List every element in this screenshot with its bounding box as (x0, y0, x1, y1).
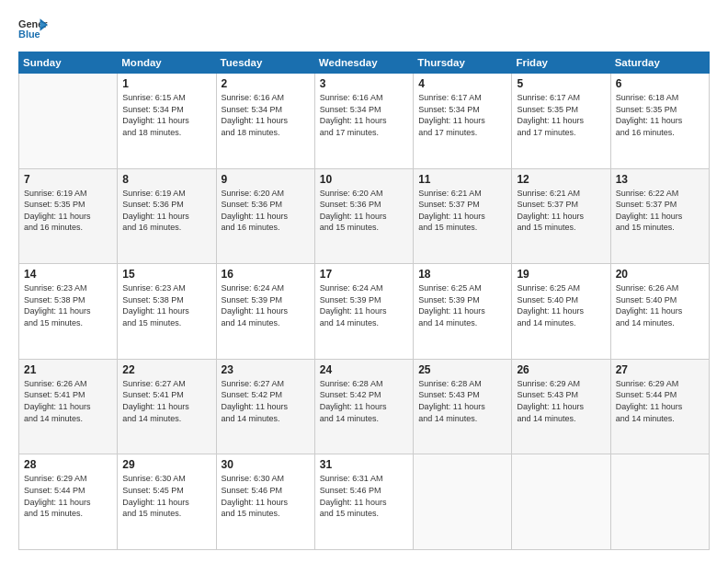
day-number: 11 (418, 173, 506, 186)
calendar-cell: 9Sunrise: 6:20 AM Sunset: 5:36 PM Daylig… (216, 168, 314, 264)
cell-info: Sunrise: 6:29 AM Sunset: 5:43 PM Dayligh… (517, 378, 605, 424)
day-number: 6 (616, 77, 704, 90)
cell-info: Sunrise: 6:15 AM Sunset: 5:34 PM Dayligh… (122, 92, 210, 138)
day-number: 18 (418, 268, 506, 281)
cell-info: Sunrise: 6:23 AM Sunset: 5:38 PM Dayligh… (24, 282, 112, 328)
day-number: 26 (517, 363, 605, 376)
weekday-header: Thursday (414, 52, 512, 74)
calendar-cell: 11Sunrise: 6:21 AM Sunset: 5:37 PM Dayli… (414, 168, 512, 264)
calendar-cell: 2Sunrise: 6:16 AM Sunset: 5:34 PM Daylig… (216, 74, 314, 169)
cell-info: Sunrise: 6:30 AM Sunset: 5:45 PM Dayligh… (122, 473, 210, 519)
day-number: 30 (222, 458, 310, 471)
calendar-cell (610, 454, 709, 550)
day-number: 8 (122, 173, 210, 186)
cell-info: Sunrise: 6:28 AM Sunset: 5:42 PM Dayligh… (320, 378, 408, 424)
calendar-cell: 15Sunrise: 6:23 AM Sunset: 5:38 PM Dayli… (118, 264, 216, 360)
day-number: 21 (24, 363, 112, 376)
weekday-header: Monday (118, 52, 216, 74)
weekday-header: Sunday (19, 52, 118, 74)
calendar-cell: 28Sunrise: 6:29 AM Sunset: 5:44 PM Dayli… (19, 454, 118, 550)
day-number: 14 (24, 268, 112, 281)
cell-info: Sunrise: 6:16 AM Sunset: 5:34 PM Dayligh… (320, 92, 408, 138)
weekday-header: Wednesday (314, 52, 413, 74)
day-number: 4 (418, 77, 506, 90)
calendar-cell: 22Sunrise: 6:27 AM Sunset: 5:41 PM Dayli… (118, 359, 216, 454)
cell-info: Sunrise: 6:21 AM Sunset: 5:37 PM Dayligh… (517, 188, 605, 234)
cell-info: Sunrise: 6:23 AM Sunset: 5:38 PM Dayligh… (122, 282, 210, 328)
calendar-cell: 21Sunrise: 6:26 AM Sunset: 5:41 PM Dayli… (19, 359, 118, 454)
day-number: 29 (122, 458, 210, 471)
day-number: 19 (517, 268, 605, 281)
day-number: 1 (122, 77, 210, 90)
day-number: 25 (418, 363, 506, 376)
calendar-cell: 16Sunrise: 6:24 AM Sunset: 5:39 PM Dayli… (216, 264, 314, 360)
day-number: 22 (122, 363, 210, 376)
calendar-cell: 1Sunrise: 6:15 AM Sunset: 5:34 PM Daylig… (118, 74, 216, 169)
calendar-cell: 10Sunrise: 6:20 AM Sunset: 5:36 PM Dayli… (314, 168, 413, 264)
cell-info: Sunrise: 6:20 AM Sunset: 5:36 PM Dayligh… (320, 188, 408, 234)
cell-info: Sunrise: 6:27 AM Sunset: 5:41 PM Dayligh… (122, 378, 210, 424)
day-number: 5 (517, 77, 605, 90)
day-number: 2 (222, 77, 310, 90)
calendar-cell: 4Sunrise: 6:17 AM Sunset: 5:34 PM Daylig… (414, 74, 512, 169)
day-number: 16 (222, 268, 310, 281)
calendar-cell: 31Sunrise: 6:31 AM Sunset: 5:46 PM Dayli… (314, 454, 413, 550)
calendar-cell: 17Sunrise: 6:24 AM Sunset: 5:39 PM Dayli… (314, 264, 413, 360)
calendar-cell: 3Sunrise: 6:16 AM Sunset: 5:34 PM Daylig… (314, 74, 413, 169)
cell-info: Sunrise: 6:18 AM Sunset: 5:35 PM Dayligh… (616, 92, 704, 138)
weekday-header: Saturday (610, 52, 709, 74)
logo-icon: General Blue (18, 17, 48, 42)
cell-info: Sunrise: 6:22 AM Sunset: 5:37 PM Dayligh… (616, 188, 704, 234)
calendar-cell: 6Sunrise: 6:18 AM Sunset: 5:35 PM Daylig… (610, 74, 709, 169)
day-number: 10 (320, 173, 408, 186)
calendar-cell: 25Sunrise: 6:28 AM Sunset: 5:43 PM Dayli… (414, 359, 512, 454)
day-number: 3 (320, 77, 408, 90)
day-number: 9 (222, 173, 310, 186)
day-number: 20 (616, 268, 704, 281)
calendar-cell: 27Sunrise: 6:29 AM Sunset: 5:44 PM Dayli… (610, 359, 709, 454)
cell-info: Sunrise: 6:29 AM Sunset: 5:44 PM Dayligh… (24, 473, 112, 519)
day-number: 23 (222, 363, 310, 376)
cell-info: Sunrise: 6:29 AM Sunset: 5:44 PM Dayligh… (616, 378, 704, 424)
cell-info: Sunrise: 6:25 AM Sunset: 5:40 PM Dayligh… (517, 282, 605, 328)
cell-info: Sunrise: 6:17 AM Sunset: 5:35 PM Dayligh… (517, 92, 605, 138)
cell-info: Sunrise: 6:21 AM Sunset: 5:37 PM Dayligh… (418, 188, 506, 234)
cell-info: Sunrise: 6:19 AM Sunset: 5:35 PM Dayligh… (24, 188, 112, 234)
calendar-cell: 14Sunrise: 6:23 AM Sunset: 5:38 PM Dayli… (19, 264, 118, 360)
calendar-cell: 5Sunrise: 6:17 AM Sunset: 5:35 PM Daylig… (512, 74, 610, 169)
cell-info: Sunrise: 6:26 AM Sunset: 5:41 PM Dayligh… (24, 378, 112, 424)
day-number: 13 (616, 173, 704, 186)
weekday-header: Tuesday (216, 52, 314, 74)
cell-info: Sunrise: 6:24 AM Sunset: 5:39 PM Dayligh… (320, 282, 408, 328)
cell-info: Sunrise: 6:25 AM Sunset: 5:39 PM Dayligh… (418, 282, 506, 328)
day-number: 24 (320, 363, 408, 376)
calendar-cell: 7Sunrise: 6:19 AM Sunset: 5:35 PM Daylig… (19, 168, 118, 264)
calendar-cell: 18Sunrise: 6:25 AM Sunset: 5:39 PM Dayli… (414, 264, 512, 360)
cell-info: Sunrise: 6:20 AM Sunset: 5:36 PM Dayligh… (222, 188, 310, 234)
page: General Blue SundayMondayTuesdayWednesda… (0, 0, 728, 563)
calendar-cell (512, 454, 610, 550)
cell-info: Sunrise: 6:28 AM Sunset: 5:43 PM Dayligh… (418, 378, 506, 424)
day-number: 12 (517, 173, 605, 186)
cell-info: Sunrise: 6:31 AM Sunset: 5:46 PM Dayligh… (320, 473, 408, 519)
day-number: 28 (24, 458, 112, 471)
calendar-cell (19, 74, 118, 169)
cell-info: Sunrise: 6:17 AM Sunset: 5:34 PM Dayligh… (418, 92, 506, 138)
logo: General Blue (18, 17, 48, 42)
calendar-cell: 30Sunrise: 6:30 AM Sunset: 5:46 PM Dayli… (216, 454, 314, 550)
calendar-cell: 23Sunrise: 6:27 AM Sunset: 5:42 PM Dayli… (216, 359, 314, 454)
calendar-cell: 12Sunrise: 6:21 AM Sunset: 5:37 PM Dayli… (512, 168, 610, 264)
cell-info: Sunrise: 6:27 AM Sunset: 5:42 PM Dayligh… (222, 378, 310, 424)
calendar-cell: 8Sunrise: 6:19 AM Sunset: 5:36 PM Daylig… (118, 168, 216, 264)
day-number: 15 (122, 268, 210, 281)
weekday-header: Friday (512, 52, 610, 74)
calendar-cell: 20Sunrise: 6:26 AM Sunset: 5:40 PM Dayli… (610, 264, 709, 360)
header: General Blue (18, 17, 710, 42)
calendar-cell (414, 454, 512, 550)
cell-info: Sunrise: 6:24 AM Sunset: 5:39 PM Dayligh… (222, 282, 310, 328)
day-number: 31 (320, 458, 408, 471)
calendar-table: SundayMondayTuesdayWednesdayThursdayFrid… (18, 52, 710, 550)
day-number: 17 (320, 268, 408, 281)
cell-info: Sunrise: 6:16 AM Sunset: 5:34 PM Dayligh… (222, 92, 310, 138)
cell-info: Sunrise: 6:30 AM Sunset: 5:46 PM Dayligh… (222, 473, 310, 519)
